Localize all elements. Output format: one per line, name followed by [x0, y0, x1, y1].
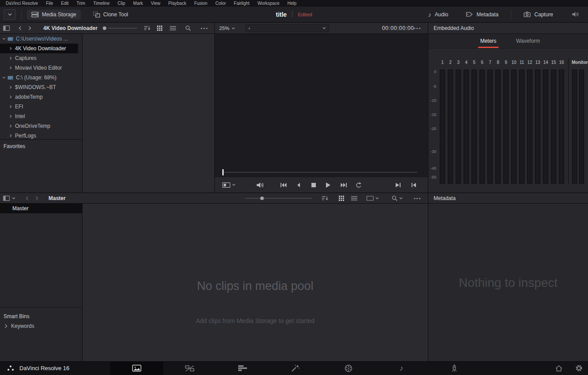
storage-browser-area[interactable] — [82, 34, 214, 193]
forward-button[interactable] — [28, 26, 31, 30]
collapse-panel-icon[interactable] — [3, 26, 10, 31]
thumb-size-slider[interactable] — [103, 26, 106, 30]
clone-tool-button[interactable]: Clone Tool — [89, 10, 132, 19]
forward-button[interactable] — [35, 196, 38, 200]
pool-thumb-size-track[interactable] — [245, 198, 312, 199]
options-menu-button[interactable]: ••• — [201, 26, 209, 31]
db-scale-label: -40 — [428, 166, 436, 171]
play-button[interactable] — [323, 180, 333, 190]
page-cut-button[interactable] — [163, 361, 216, 375]
tree-item[interactable]: adobeTemp — [0, 92, 78, 102]
bin-item-master[interactable]: Master — [0, 204, 82, 213]
viewer-seekbar[interactable] — [215, 168, 428, 177]
media-pool-empty-title: No clips in media pool — [82, 279, 428, 293]
tree-item[interactable]: C:\ (Usage: 68%) — [0, 73, 78, 82]
menu-item[interactable]: Mark — [129, 1, 147, 6]
tree-item[interactable]: 4K Video Downloader — [0, 44, 78, 53]
menu-item[interactable]: Playback — [165, 1, 191, 6]
viewer-video-area[interactable] — [215, 34, 428, 168]
panel-toggle-button[interactable] — [4, 9, 16, 20]
page-color-button[interactable] — [322, 361, 375, 375]
media-storage-button[interactable]: Media Storage — [27, 10, 81, 19]
thumb-size-track[interactable] — [108, 28, 137, 29]
tree-item[interactable]: C:\Users\ws\Videos ... — [0, 34, 78, 44]
menu-item[interactable]: File — [42, 1, 57, 6]
goto-last-frame-button[interactable] — [338, 180, 349, 190]
media-pool-area[interactable]: No clips in media pool Add clips from Me… — [82, 204, 428, 361]
page-statusbar: DaVinci Resolve 16 ♪ — [0, 361, 588, 375]
grid-view-icon[interactable] — [339, 196, 344, 201]
menu-item[interactable]: Timeline — [89, 1, 113, 6]
pool-options-menu-button[interactable]: ••• — [414, 196, 422, 201]
menu-item[interactable]: Trim — [73, 1, 90, 6]
speaker-button[interactable] — [567, 10, 584, 19]
settings-button[interactable] — [575, 364, 583, 372]
menu-item[interactable]: Fusion — [190, 1, 211, 6]
menu-item[interactable]: View — [147, 1, 165, 6]
channel-number: 7 — [486, 60, 494, 65]
page-edit-button[interactable] — [216, 361, 269, 375]
audio-meters: 123456789101112131415160-5-10-15-20-30-4… — [428, 23, 588, 193]
media-storage-header: 4K Video Downloader ••• 25% 00:00:00:00 … — [0, 23, 428, 33]
sort-icon[interactable] — [144, 26, 150, 31]
goto-first-frame-button[interactable] — [278, 180, 288, 190]
grid-view-icon[interactable] — [157, 26, 162, 31]
divider — [0, 307, 82, 308]
tree-item[interactable]: EFI — [0, 102, 78, 111]
smart-bin-keywords[interactable]: Keywords — [0, 321, 82, 331]
audio-meter — [495, 70, 501, 184]
capture-button[interactable]: Capture — [519, 10, 558, 19]
tree-item[interactable]: $WINDOWS.~BT — [0, 82, 78, 92]
chevron-down-icon[interactable] — [12, 197, 15, 199]
divider — [428, 23, 428, 361]
pool-thumb-size-slider[interactable] — [260, 197, 264, 200]
audio-meter — [511, 70, 517, 184]
tree-item[interactable]: OneDriveTemp — [0, 121, 78, 131]
viewer-options-menu-button[interactable]: ••• — [414, 26, 422, 31]
menu-item[interactable]: Color — [211, 1, 230, 6]
page-fusion-button[interactable] — [269, 361, 322, 375]
back-button[interactable] — [26, 196, 29, 200]
menu-item[interactable]: Workspace — [254, 1, 284, 6]
search-icon[interactable] — [185, 26, 191, 31]
loop-button[interactable] — [353, 180, 363, 190]
page-media-button[interactable] — [110, 361, 163, 375]
zoom-select[interactable]: 25% — [219, 26, 235, 31]
fusion-page-icon — [291, 364, 300, 372]
audio-meter — [472, 70, 477, 184]
volume-icon[interactable] — [255, 180, 265, 190]
sort-icon[interactable] — [322, 196, 328, 200]
metadata-panel-button[interactable]: Metadata — [461, 10, 503, 19]
viewer-source-dropdown[interactable] — [245, 25, 329, 32]
tree-item[interactable]: Movavi Video Editor — [0, 63, 78, 73]
safe-area-button[interactable] — [220, 180, 238, 190]
cut-page-icon — [185, 365, 195, 372]
tree-item[interactable]: PerfLogs — [0, 131, 78, 139]
title-divider — [292, 11, 292, 18]
menu-item[interactable]: Edit — [57, 1, 72, 6]
clip-view-dropdown[interactable] — [367, 196, 379, 200]
menu-item[interactable]: Help — [283, 1, 300, 6]
stop-button[interactable] — [308, 180, 319, 190]
audio-panel-button[interactable]: ♪ Audio — [424, 10, 453, 19]
menu-item[interactable]: DaVinci Resolve — [2, 1, 42, 6]
list-view-icon[interactable] — [170, 26, 176, 31]
tree-item[interactable]: Captures — [0, 53, 78, 63]
toolbar: Media Storage Clone Tool title Edited ♪ … — [0, 7, 588, 22]
goto-in-button[interactable] — [408, 180, 419, 190]
back-button[interactable] — [19, 26, 22, 30]
menu-item[interactable]: Fairlight — [230, 1, 254, 6]
play-to-out-button[interactable] — [393, 180, 404, 190]
playhead[interactable] — [222, 169, 224, 175]
divider — [0, 203, 588, 204]
page-deliver-button[interactable] — [428, 361, 481, 375]
tree-item[interactable]: Intel — [0, 111, 78, 121]
step-back-button[interactable] — [293, 180, 304, 190]
menu-item[interactable]: Clip — [114, 1, 129, 6]
page-fairlight-button[interactable]: ♪ — [375, 361, 428, 375]
home-button[interactable] — [555, 365, 563, 372]
search-dropdown[interactable] — [392, 195, 403, 201]
collapse-panel-icon[interactable] — [3, 196, 10, 201]
list-view-icon[interactable] — [351, 196, 357, 200]
seek-track[interactable] — [223, 172, 417, 173]
